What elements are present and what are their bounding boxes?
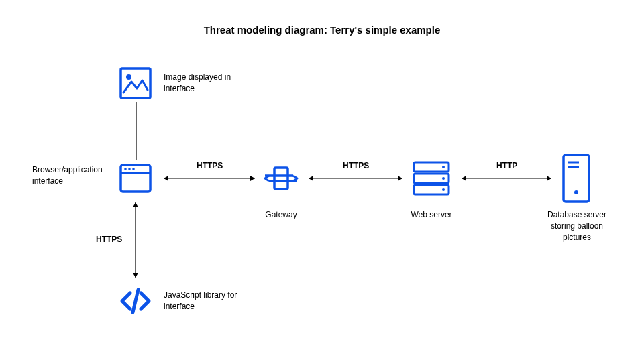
node-jslib [118,284,153,318]
connector-image-browser [135,102,138,160]
node-webserver-label: Web server [408,209,455,221]
svg-point-4 [124,168,127,170]
connector-gateway-webserver [305,173,407,184]
node-webserver [411,158,451,198]
diagram-title: Threat modeling diagram: Terry's simple … [0,24,644,36]
node-jslib-label: JavaScript library for interface [164,290,251,312]
server-stack-icon [411,158,451,198]
connector-browser-gateway [160,173,259,184]
svg-point-14 [442,166,445,168]
code-icon [118,284,153,318]
node-browser-label: Browser/application interface [32,164,113,187]
edge-browser-jslib-label: HTTPS [96,235,122,244]
node-image [118,66,153,101]
edge-gateway-webserver-label: HTTPS [343,161,369,170]
edge-webserver-database-label: HTTP [496,161,517,170]
svg-rect-8 [274,168,288,189]
server-tower-icon [560,152,592,204]
svg-point-1 [126,74,131,80]
edge-browser-gateway-label: HTTPS [197,161,223,170]
svg-rect-0 [121,68,150,98]
svg-point-16 [442,188,445,191]
node-gateway-label: Gateway [264,209,299,221]
connector-webserver-database [458,173,555,184]
svg-point-5 [128,168,131,170]
connector-browser-jslib [130,198,141,282]
gateway-icon [264,161,299,196]
node-image-label: Image displayed in interface [164,72,244,95]
picture-icon [118,66,153,101]
browser-window-icon [118,161,153,196]
svg-line-7 [133,290,138,312]
node-browser [118,161,153,196]
svg-point-6 [132,168,135,170]
node-gateway [264,161,299,196]
svg-point-15 [442,177,445,180]
node-database-label: Database server storing balloon pictures [545,209,609,243]
svg-point-20 [574,190,578,194]
node-database [560,152,592,204]
